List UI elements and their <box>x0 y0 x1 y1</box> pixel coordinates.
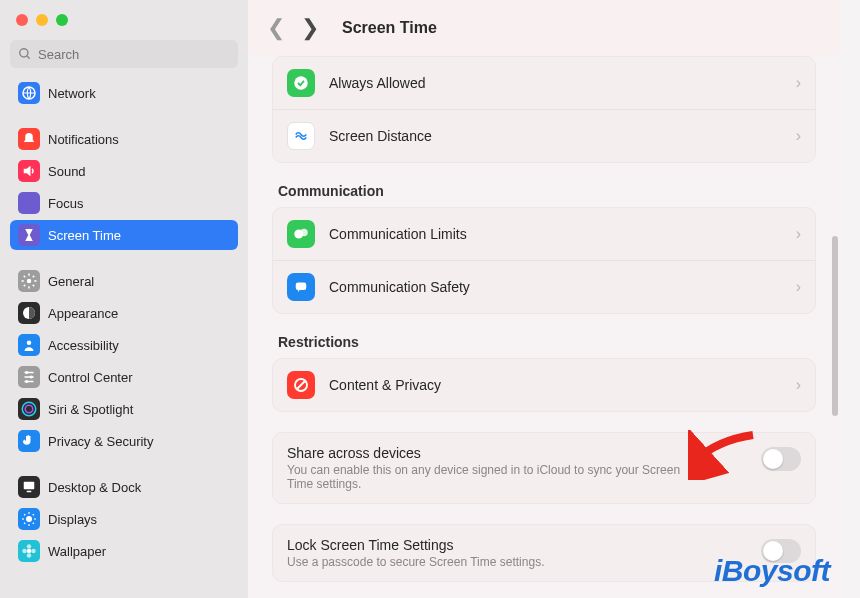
back-button[interactable]: ❮ <box>264 15 288 41</box>
row-communication-limits[interactable]: Communication Limits› <box>273 208 815 261</box>
svg-rect-12 <box>27 491 32 493</box>
window-controls <box>0 0 248 36</box>
hand-icon <box>18 430 40 452</box>
zoom-icon[interactable] <box>56 14 68 26</box>
row-label: Screen Distance <box>329 128 796 144</box>
search-field[interactable] <box>10 40 238 68</box>
group-restrictions: Content & Privacy› <box>272 358 816 412</box>
nosign-icon <box>287 371 315 399</box>
group-communication: Communication Limits›Communication Safet… <box>272 207 816 314</box>
row-label: Communication Limits <box>329 226 796 242</box>
sidebar-item-displays[interactable]: Displays <box>10 504 238 534</box>
forward-button[interactable]: ❯ <box>298 15 322 41</box>
sidebar-item-label: Accessibility <box>48 338 119 353</box>
row-content-privacy[interactable]: Content & Privacy› <box>273 359 815 411</box>
content-body: Always Allowed›Screen Distance› Communic… <box>248 56 840 598</box>
watermark: iBoysoft <box>714 554 830 588</box>
row-label: Always Allowed <box>329 75 796 91</box>
row-label: Content & Privacy <box>329 377 796 393</box>
sun-icon <box>18 508 40 530</box>
share-subtitle: You can enable this on any device signed… <box>287 463 707 491</box>
content-scrollbar[interactable] <box>832 236 838 416</box>
wave-icon <box>287 122 315 150</box>
sidebar-item-focus[interactable]: Focus <box>10 188 238 218</box>
content-pane: ❮ ❯ Screen Time Always Allowed›Screen Di… <box>248 0 840 598</box>
sidebar-item-label: Notifications <box>48 132 119 147</box>
sidebar-item-label: Displays <box>48 512 97 527</box>
row-label: Communication Safety <box>329 279 796 295</box>
sidebar-item-wallpaper[interactable]: Wallpaper <box>10 536 238 566</box>
sidebar-item-desktop-dock[interactable]: Desktop & Dock <box>10 472 238 502</box>
svg-point-0 <box>20 49 28 57</box>
svg-point-17 <box>22 549 27 554</box>
sidebar-item-label: Sound <box>48 164 86 179</box>
row-always-allowed[interactable]: Always Allowed› <box>273 57 815 110</box>
sidebar-item-screen-time[interactable]: Screen Time <box>10 220 238 250</box>
speaker-icon <box>18 160 40 182</box>
search-input[interactable] <box>38 47 230 62</box>
svg-point-16 <box>27 553 32 558</box>
desktop-icon <box>18 476 40 498</box>
siri-icon <box>18 398 40 420</box>
lock-title: Lock Screen Time Settings <box>287 537 801 553</box>
svg-point-18 <box>31 549 36 554</box>
sidebar-item-notifications[interactable]: Notifications <box>10 124 238 154</box>
sidebar-item-privacy-security[interactable]: Privacy & Security <box>10 426 238 456</box>
svg-point-8 <box>25 380 28 383</box>
svg-point-10 <box>25 405 33 413</box>
sidebar-item-label: Control Center <box>48 370 133 385</box>
sidebar-item-label: Siri & Spotlight <box>48 402 133 417</box>
minimize-icon[interactable] <box>36 14 48 26</box>
sidebar-item-network[interactable]: Network <box>10 78 238 108</box>
bubbles-icon <box>287 220 315 248</box>
chevron-right-icon: › <box>796 225 801 243</box>
svg-point-3 <box>27 279 32 284</box>
share-toggle[interactable] <box>761 447 801 471</box>
group-share: Share across devices You can enable this… <box>272 432 816 504</box>
sidebar-item-accessibility[interactable]: Accessibility <box>10 330 238 360</box>
moon-icon <box>18 192 40 214</box>
svg-point-14 <box>27 549 32 554</box>
svg-line-1 <box>27 56 30 59</box>
share-title: Share across devices <box>287 445 801 461</box>
svg-point-5 <box>27 341 32 346</box>
svg-line-24 <box>297 381 306 390</box>
sidebar-item-sound[interactable]: Sound <box>10 156 238 186</box>
sidebar-item-label: Network <box>48 86 96 101</box>
chevron-right-icon: › <box>796 278 801 296</box>
close-icon[interactable] <box>16 14 28 26</box>
svg-point-15 <box>27 544 32 549</box>
svg-rect-22 <box>296 283 307 291</box>
svg-rect-11 <box>24 482 35 490</box>
sidebar-item-label: General <box>48 274 94 289</box>
sidebar-item-general[interactable]: General <box>10 266 238 296</box>
group-top: Always Allowed›Screen Distance› <box>272 56 816 163</box>
bell-icon <box>18 128 40 150</box>
person-icon <box>18 334 40 356</box>
globe-icon <box>18 82 40 104</box>
sidebar-item-label: Appearance <box>48 306 118 321</box>
svg-point-21 <box>300 229 308 237</box>
sidebar-list: NetworkNotificationsSoundFocusScreen Tim… <box>0 78 248 598</box>
page-title: Screen Time <box>342 19 437 37</box>
sliders-icon <box>18 366 40 388</box>
sidebar-item-appearance[interactable]: Appearance <box>10 298 238 328</box>
chevron-right-icon: › <box>796 74 801 92</box>
check-icon <box>287 69 315 97</box>
lock-subtitle: Use a passcode to secure Screen Time set… <box>287 555 707 569</box>
chevron-right-icon: › <box>796 376 801 394</box>
row-share-across-devices[interactable]: Share across devices You can enable this… <box>273 433 815 503</box>
svg-point-7 <box>30 376 33 379</box>
appearance-icon <box>18 302 40 324</box>
sidebar: NetworkNotificationsSoundFocusScreen Tim… <box>0 0 248 598</box>
sidebar-item-siri-spotlight[interactable]: Siri & Spotlight <box>10 394 238 424</box>
row-communication-safety[interactable]: Communication Safety› <box>273 261 815 313</box>
svg-point-9 <box>22 402 36 416</box>
hourglass-icon <box>18 224 40 246</box>
sidebar-item-control-center[interactable]: Control Center <box>10 362 238 392</box>
section-title-restrictions: Restrictions <box>278 334 816 350</box>
sidebar-item-label: Wallpaper <box>48 544 106 559</box>
row-screen-distance[interactable]: Screen Distance› <box>273 110 815 162</box>
search-icon <box>18 47 32 61</box>
section-title-communication: Communication <box>278 183 816 199</box>
